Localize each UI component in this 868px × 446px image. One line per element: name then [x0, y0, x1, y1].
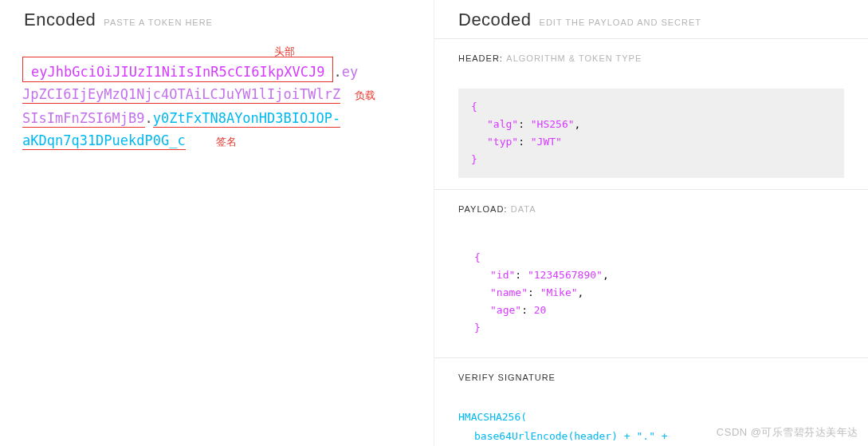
token-payload-part2: JpZCI6IjEyMzQ1Njc4OTAiLCJuYW1lIjoiTWlrZ: [22, 86, 340, 104]
token-sig-part2: aKDqn7q31DPuekdP0G_c: [22, 132, 186, 150]
payload-section-title: PAYLOAD:: [458, 204, 507, 214]
payload-section: PAYLOAD: DATA: [434, 189, 868, 228]
token-sig-part1: y0ZtFxTN8AYonHD3BIOJOP-: [153, 110, 340, 128]
signature-section-title: VERIFY SIGNATURE: [458, 373, 556, 382]
token-header-part: eyJhbGciOiJIUzI1NiIsInR5cCI6IkpXVCJ9: [31, 64, 324, 80]
signature-section: VERIFY SIGNATURE: [434, 357, 868, 397]
header-section-title: HEADER:: [458, 53, 503, 63]
header-section-sub: ALGORITHM & TOKEN TYPE: [506, 53, 642, 63]
encoded-title: Encoded: [24, 10, 96, 30]
encoded-subtitle: PASTE A TOKEN HERE: [104, 18, 213, 27]
sig-fn: HMACSHA256(: [458, 408, 844, 427]
watermark: CSDN @可乐雪碧芬达美年达: [717, 425, 858, 440]
annotation-signature-label: 签名: [216, 131, 237, 153]
annotation-payload-label: 负载: [355, 85, 375, 107]
token-payload-part3: SIsImFnZSI6MjB9: [22, 110, 145, 128]
decoded-subtitle: EDIT THE PAYLOAD AND SECRET: [540, 18, 701, 27]
payload-section-sub: DATA: [511, 204, 536, 214]
token-editor[interactable]: eyJhbGciOiJIUzI1NiIsInR5cCI6IkpXVCJ9.ey …: [22, 61, 411, 153]
token-payload-part1: ey: [342, 64, 358, 80]
header-section: HEADER: ALGORITHM & TOKEN TYPE: [434, 38, 868, 77]
header-json-editor[interactable]: { "alg": "HS256", "typ": "JWT" }: [458, 89, 844, 178]
decoded-panel: Decoded EDIT THE PAYLOAD AND SECRET HEAD…: [434, 0, 868, 446]
encoded-panel: Encoded PASTE A TOKEN HERE 头部 eyJhbGciOi…: [0, 0, 434, 446]
decoded-title: Decoded: [458, 10, 532, 30]
payload-json-editor[interactable]: { "id": "1234567890", "name": "Mike", "a…: [458, 239, 844, 346]
